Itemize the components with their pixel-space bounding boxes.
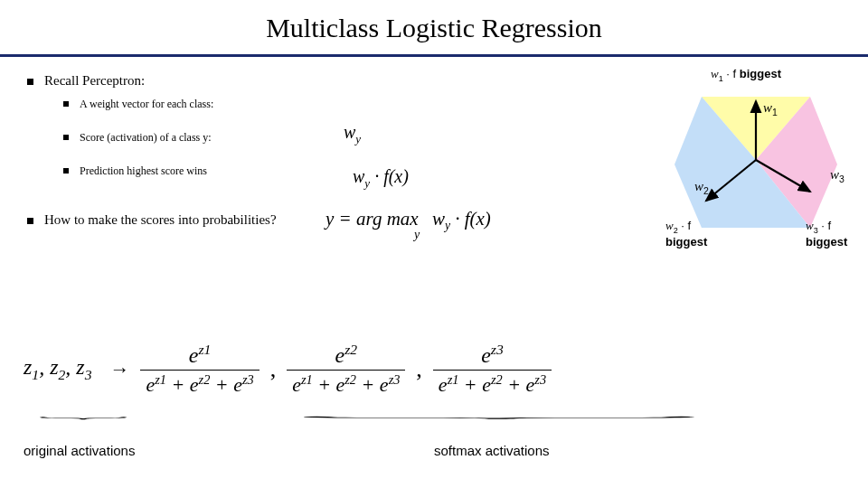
bullet-icon <box>27 79 33 85</box>
softmax-frac-2: ez2 ez1 + ez2 + ez3 <box>287 342 405 397</box>
bullet-text: Prediction highest score wins <box>80 164 207 178</box>
brace-right: ⏟ <box>304 405 694 419</box>
brace-left: ⏟ <box>40 405 127 419</box>
bullet-icon <box>63 135 69 140</box>
math-score: wy · f(x) <box>353 166 409 191</box>
diag-w1f: w1 · f biggest <box>711 67 781 83</box>
bullet-text: Recall Perceptron: <box>44 73 145 89</box>
bullet-text: A weight vector for each class: <box>80 98 213 111</box>
diag-w3f: w3 · fbiggest <box>806 219 847 249</box>
bullet-icon <box>27 218 33 224</box>
label-softmax: softmax activations <box>434 443 550 458</box>
z-inputs: z1, z2, z3 <box>24 355 91 383</box>
diag-w3: w3 <box>830 166 844 184</box>
diag-w2: w2 <box>694 178 709 196</box>
bullet-icon <box>63 101 69 107</box>
softmax-frac-3: ez3 ez1 + ez2 + ez3 <box>433 342 552 397</box>
slide-title: Multiclass Logistic Regression <box>0 0 868 54</box>
softmax-expression: z1, z2, z3 → ez1 ez1 + ez2 + ez3 , ez2 e… <box>0 342 868 397</box>
math-wy: wy <box>344 122 361 146</box>
perceptron-diagram: w1 · f biggest w1 w2 w3 w2 · fbiggest w3… <box>656 74 855 255</box>
math-argmax: y = arg max y wy · f(x) <box>326 208 491 233</box>
diag-w1: w1 <box>763 99 778 117</box>
arrow-icon: → <box>109 358 129 381</box>
label-original: original activations <box>24 443 135 458</box>
bullet-text: Score (activation) of a class y: <box>80 131 212 145</box>
diag-w2f: w2 · fbiggest <box>665 219 707 249</box>
softmax-frac-1: ez1 ez1 + ez2 + ez3 <box>140 342 259 397</box>
bullet-text: How to make the scores into probabilitie… <box>44 212 277 228</box>
bullet-icon <box>63 168 69 174</box>
